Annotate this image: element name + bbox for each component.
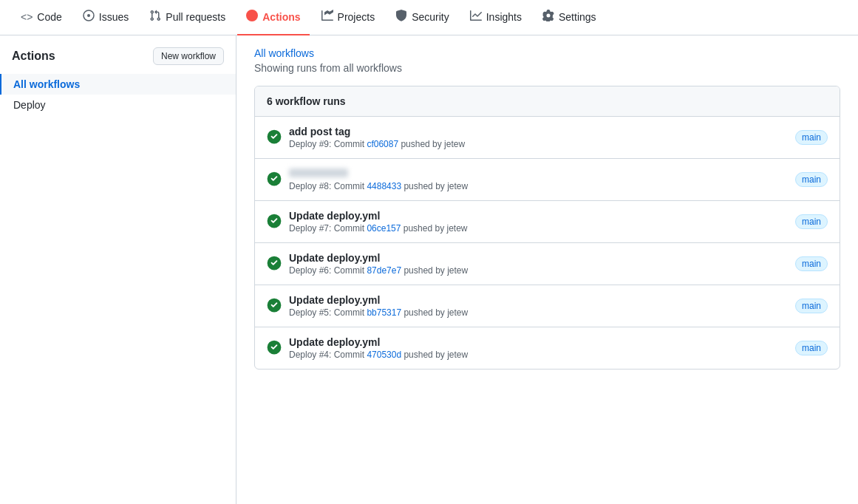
- code-icon: <>: [21, 11, 33, 23]
- run-item[interactable]: Deploy #8: Commit 4488433 pushed by jete…: [255, 159, 840, 201]
- nav-label-settings: Settings: [559, 11, 596, 23]
- commit-link[interactable]: 470530d: [367, 350, 401, 360]
- layout: Actions New workflow All workflowsDeploy…: [0, 35, 858, 504]
- run-info: Update deploy.ymlDeploy #7: Commit 06ce1…: [289, 210, 788, 234]
- success-icon: [267, 256, 282, 273]
- runs-header: 6 workflow runs: [255, 86, 840, 117]
- success-icon: [267, 298, 282, 315]
- run-title-blurred: [289, 168, 788, 180]
- nav-label-code: Code: [37, 11, 61, 23]
- commit-link[interactable]: bb75317: [367, 307, 401, 318]
- nav-item-security[interactable]: Security: [387, 0, 458, 35]
- run-item[interactable]: add post tagDeploy #9: Commit cf06087 pu…: [255, 117, 840, 159]
- branch-badge[interactable]: main: [795, 130, 828, 145]
- sidebar-nav: All workflowsDeploy: [0, 74, 236, 115]
- nav-label-issues: Issues: [99, 11, 129, 23]
- pull-requests-icon: [149, 10, 161, 24]
- branch-badge[interactable]: main: [795, 172, 828, 187]
- run-info: Update deploy.ymlDeploy #4: Commit 47053…: [289, 336, 788, 360]
- nav-item-actions[interactable]: Actions: [237, 0, 309, 35]
- nav-label-security: Security: [412, 11, 449, 23]
- nav-label-insights: Insights: [486, 11, 522, 23]
- success-icon: [267, 340, 282, 357]
- nav-item-code[interactable]: <> Code: [12, 0, 71, 35]
- nav-label-pull-requests: Pull requests: [166, 11, 225, 23]
- sidebar: Actions New workflow All workflowsDeploy: [0, 35, 236, 504]
- branch-badge[interactable]: main: [795, 214, 828, 229]
- run-title: Update deploy.yml: [289, 210, 788, 222]
- run-title: Update deploy.yml: [289, 336, 788, 348]
- run-info: Update deploy.ymlDeploy #6: Commit 87de7…: [289, 252, 788, 276]
- nav-item-issues[interactable]: Issues: [74, 0, 137, 35]
- commit-link[interactable]: 4488433: [367, 181, 401, 191]
- run-item[interactable]: Update deploy.ymlDeploy #7: Commit 06ce1…: [255, 201, 840, 243]
- run-info: Update deploy.ymlDeploy #5: Commit bb753…: [289, 294, 788, 318]
- branch-badge[interactable]: main: [795, 299, 828, 313]
- run-title: add post tag: [289, 126, 788, 137]
- success-icon: [267, 129, 282, 146]
- nav-label-projects: Projects: [338, 11, 375, 23]
- commit-link[interactable]: 06ce157: [367, 223, 401, 234]
- run-item[interactable]: Update deploy.ymlDeploy #5: Commit bb753…: [255, 285, 840, 327]
- nav-label-actions: Actions: [262, 11, 300, 23]
- success-icon: [267, 171, 282, 188]
- sidebar-item-deploy[interactable]: Deploy: [0, 95, 236, 115]
- top-nav: <> Code Issues Pull requests Actions Pro…: [0, 0, 858, 35]
- breadcrumb[interactable]: All workflows: [254, 47, 840, 59]
- main-content: All workflows Showing runs from all work…: [236, 35, 858, 504]
- run-subtitle: Deploy #8: Commit 4488433 pushed by jete…: [289, 181, 788, 191]
- branch-badge[interactable]: main: [795, 256, 828, 271]
- run-info: Deploy #8: Commit 4488433 pushed by jete…: [289, 168, 788, 191]
- nav-item-insights[interactable]: Insights: [461, 0, 531, 35]
- sidebar-title: Actions: [12, 50, 55, 63]
- projects-icon: [321, 10, 333, 24]
- run-title: Update deploy.yml: [289, 294, 788, 306]
- branch-badge[interactable]: main: [795, 341, 828, 355]
- showing-text: Showing runs from all workflows: [254, 62, 840, 74]
- run-info: add post tagDeploy #9: Commit cf06087 pu…: [289, 126, 788, 149]
- insights-icon: [470, 10, 482, 24]
- settings-icon: [542, 10, 554, 24]
- sidebar-header: Actions New workflow: [0, 47, 236, 74]
- run-subtitle: Deploy #9: Commit cf06087 pushed by jete…: [289, 139, 788, 149]
- nav-item-pull-requests[interactable]: Pull requests: [140, 0, 234, 35]
- run-subtitle: Deploy #7: Commit 06ce157 pushed by jete…: [289, 223, 788, 234]
- run-subtitle: Deploy #6: Commit 87de7e7 pushed by jete…: [289, 265, 788, 276]
- sidebar-item-all-workflows[interactable]: All workflows: [0, 74, 236, 95]
- commit-link[interactable]: cf06087: [367, 139, 398, 149]
- run-subtitle: Deploy #5: Commit bb75317 pushed by jete…: [289, 307, 788, 318]
- run-subtitle: Deploy #4: Commit 470530d pushed by jete…: [289, 350, 788, 360]
- actions-icon: [246, 10, 258, 24]
- runs-container: 6 workflow runs add post tagDeploy #9: C…: [254, 86, 840, 370]
- run-item[interactable]: Update deploy.ymlDeploy #6: Commit 87de7…: [255, 243, 840, 285]
- commit-link[interactable]: 87de7e7: [367, 265, 401, 276]
- nav-item-settings[interactable]: Settings: [534, 0, 605, 35]
- svg-point-1: [87, 14, 90, 17]
- runs-list: add post tagDeploy #9: Commit cf06087 pu…: [255, 117, 840, 369]
- nav-item-projects[interactable]: Projects: [313, 0, 384, 35]
- run-item[interactable]: Update deploy.ymlDeploy #4: Commit 47053…: [255, 327, 840, 369]
- run-title: Update deploy.yml: [289, 252, 788, 264]
- security-icon: [395, 10, 407, 24]
- issues-icon: [83, 10, 95, 24]
- new-workflow-button[interactable]: New workflow: [153, 47, 224, 65]
- success-icon: [267, 214, 282, 231]
